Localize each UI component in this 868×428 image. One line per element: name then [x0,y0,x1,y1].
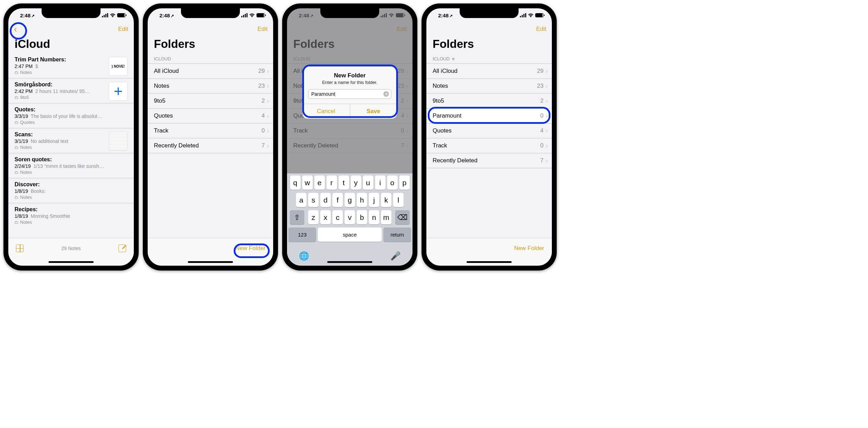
note-row[interactable]: Trim Part Numbers:2:47 PM $ Notes) NOVE! [8,53,134,78]
folders-list: All iCloud29›Notes23›9to52›Quotes4›Track… [148,63,273,153]
note-title: Discover: [15,181,128,188]
note-title: Soren quotes: [15,156,128,163]
key-g[interactable]: g [345,193,355,207]
home-indicator[interactable] [327,261,372,263]
folder-row[interactable]: Quotes4› [148,108,273,123]
key-m[interactable]: m [381,210,391,224]
phone-3: 2:48 Edit Folders ICLOUD All iCloud29›No… [282,3,417,271]
folder-row[interactable]: 9to52› [148,93,273,108]
folder-row[interactable]: Notes23› [426,78,552,93]
chevron-right-icon: › [267,68,269,74]
edit-button[interactable]: Edit [118,26,128,33]
folder-row[interactable]: 9to52› [426,93,552,108]
mic-icon[interactable]: 🎤 [390,251,401,261]
new-folder-button[interactable]: New Folder [235,245,266,252]
key-k[interactable]: k [381,193,391,207]
key-e[interactable]: e [314,176,325,190]
key-c[interactable]: c [332,210,343,224]
svg-rect-13 [522,15,523,17]
folder-icon [15,70,19,75]
folder-row[interactable]: Track0› [426,138,552,153]
back-button[interactable]: ‹ [12,24,19,34]
folder-row[interactable]: Quotes4› [426,123,552,138]
folder-row[interactable]: All iCloud29› [148,63,273,78]
key-n[interactable]: n [369,210,379,224]
edit-button[interactable]: Edit [536,26,546,33]
folder-row[interactable]: Recently Deleted7› [426,153,552,168]
return-key[interactable]: return [383,228,411,242]
text-thumb: ) NOVE! [109,57,128,76]
wifi-icon [249,13,255,17]
key-x[interactable]: x [320,210,331,224]
alert-title: New Folder [303,67,397,80]
key-p[interactable]: p [399,176,410,190]
key-v[interactable]: v [345,210,355,224]
note-folder-label: Notes [15,170,128,175]
compose-icon[interactable] [119,245,126,252]
key-f[interactable]: f [332,193,343,207]
note-subtitle: 2:47 PM $ [15,63,105,69]
folder-name: Track [154,127,262,134]
key-r[interactable]: r [327,176,337,190]
key-w[interactable]: w [302,176,313,190]
key-i[interactable]: i [375,176,385,190]
svg-rect-7 [246,13,248,17]
key-l[interactable]: l [393,193,403,207]
note-row[interactable]: Soren quotes:2/24/19 1/13 "mmm it tastes… [8,153,134,178]
folder-row[interactable]: Paramount0› [426,108,552,123]
folder-count: 29 [537,68,544,75]
note-row[interactable]: Recipes:1/8/19 Morning Smoothie Notes [8,203,134,228]
keyboard[interactable]: qwertyuiop asdfghjkl ⇧ zxcvbnm ⌫ 123 spa… [287,173,413,266]
home-indicator[interactable] [467,261,512,263]
home-indicator[interactable] [49,261,94,263]
backspace-key[interactable]: ⌫ [395,210,410,224]
phone-2: 2:48 Edit Folders ICLOUD All iCloud29›No… [143,3,278,271]
folder-row[interactable]: Recently Deleted7› [148,138,273,153]
folder-count: 7 [540,157,544,164]
key-q[interactable]: q [290,176,301,190]
key-b[interactable]: b [357,210,367,224]
folder-row[interactable]: Notes23› [148,78,273,93]
folder-icon [15,195,19,200]
numbers-key[interactable]: 123 [288,228,316,242]
folder-name: Paramount [433,112,540,119]
folder-name-input[interactable]: Paramount ✕ [308,89,391,99]
folder-count: 23 [537,83,544,89]
phone-1: 2:48 ‹ Edit iCloud Trim Part Numbers:2:4… [3,3,139,271]
space-key[interactable]: space [318,228,382,242]
key-t[interactable]: t [339,176,349,190]
cancel-button[interactable]: Cancel [303,104,350,119]
save-button[interactable]: Save [350,104,397,119]
folder-name: Recently Deleted [433,157,540,164]
gallery-view-icon[interactable] [16,245,24,252]
folder-count: 0 [540,142,544,149]
folder-row[interactable]: Track0› [148,123,273,138]
key-u[interactable]: u [363,176,373,190]
chevron-right-icon: › [546,98,548,104]
key-h[interactable]: h [357,193,367,207]
folder-row[interactable]: All iCloud29› [426,63,552,78]
globe-icon[interactable]: 🌐 [299,251,309,261]
new-folder-button[interactable]: New Folder [514,245,544,252]
clear-input-icon[interactable]: ✕ [383,91,389,97]
note-row[interactable]: Quotes:3/3/19 The basis of your life is … [8,103,134,128]
key-o[interactable]: o [387,176,398,190]
folder-count: 2 [540,97,544,104]
key-s[interactable]: s [308,193,319,207]
shift-key[interactable]: ⇧ [290,210,304,224]
svg-rect-12 [520,16,521,17]
note-row[interactable]: Smörgåsbord:2:42 PM 2 hours 11 minutes/ … [8,78,134,103]
key-j[interactable]: j [369,193,379,207]
note-row[interactable]: Discover:1/8/19 Books: Notes [8,178,134,203]
key-z[interactable]: z [308,210,319,224]
signal-icon [241,13,248,17]
note-row[interactable]: Scans:3/1/19 No additional text Notes [8,128,134,153]
phone-4: 2:48 Edit Folders ICLOUD All iCloud29›No… [422,3,557,271]
key-d[interactable]: d [320,193,331,207]
key-y[interactable]: y [351,176,361,190]
folder-name: 9to5 [154,97,262,104]
home-indicator[interactable] [188,261,233,263]
key-a[interactable]: a [296,193,306,207]
edit-button[interactable]: Edit [258,26,268,33]
folders-list: All iCloud29›Notes23›9to52›Paramount0›Qu… [426,63,552,168]
